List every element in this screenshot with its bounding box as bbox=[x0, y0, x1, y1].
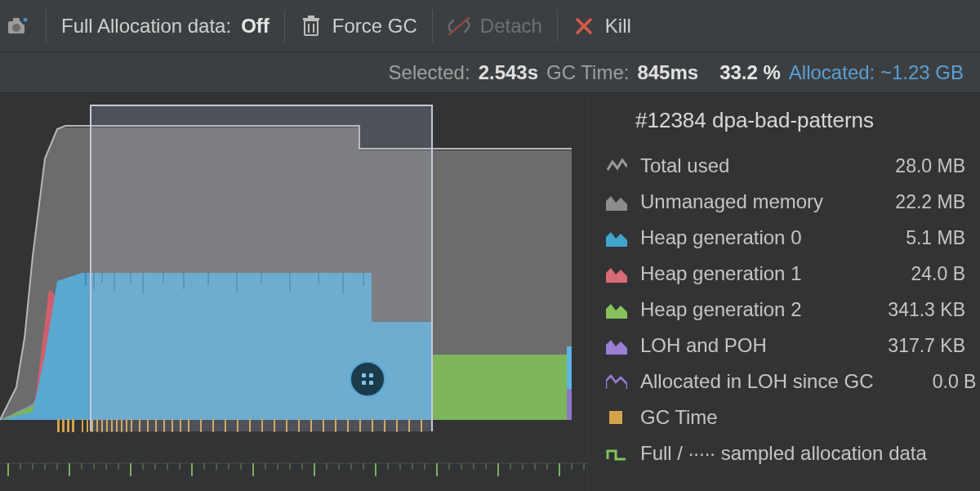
legend-panel: #12384 dpa-bad-patterns Total used 28.0 … bbox=[588, 93, 980, 491]
svg-rect-30 bbox=[62, 419, 65, 432]
svg-rect-1 bbox=[13, 18, 20, 22]
legend-row[interactable]: Unmanaged memory 22.2 MB bbox=[606, 184, 965, 220]
svg-point-2 bbox=[12, 24, 20, 32]
svg-rect-6 bbox=[308, 16, 314, 18]
legend-swatch-icon bbox=[606, 265, 627, 283]
svg-rect-5 bbox=[303, 18, 319, 20]
legend-value: 0.0 B bbox=[886, 371, 976, 393]
legend-value: 5.1 MB bbox=[875, 227, 965, 249]
svg-rect-119 bbox=[609, 411, 622, 424]
kill-label: Kill bbox=[605, 15, 631, 38]
legend-row[interactable]: Full / ····· sampled allocation data bbox=[606, 435, 965, 471]
legend-swatch-icon bbox=[606, 193, 627, 211]
trash-icon bbox=[300, 15, 323, 38]
separator bbox=[557, 10, 558, 42]
svg-rect-28 bbox=[567, 389, 572, 420]
legend-swatch-icon bbox=[606, 408, 627, 426]
legend-row[interactable]: Heap generation 0 5.1 MB bbox=[606, 220, 965, 256]
legend-swatch-icon bbox=[606, 373, 627, 391]
legend-label: Allocated in LOH since GC bbox=[640, 370, 873, 393]
legend-value: 341.3 KB bbox=[875, 299, 965, 321]
legend-row[interactable]: Allocated in LOH since GC 0.0 B bbox=[606, 364, 965, 399]
legend-swatch-icon bbox=[606, 337, 627, 355]
legend-label: Unmanaged memory bbox=[640, 190, 862, 213]
svg-rect-4 bbox=[305, 20, 318, 35]
snapshot-settings-icon[interactable] bbox=[7, 14, 31, 38]
legend-swatch-icon bbox=[606, 229, 627, 247]
gc-percent: 33.2 % bbox=[719, 61, 781, 84]
force-gc-label: Force GC bbox=[332, 15, 417, 38]
legend-label: Full / ····· sampled allocation data bbox=[640, 442, 927, 465]
allocation-label: Full Allocation data: bbox=[61, 15, 231, 38]
legend-value: 28.0 MB bbox=[875, 155, 965, 177]
separator bbox=[284, 10, 285, 42]
svg-rect-27 bbox=[567, 346, 572, 389]
memory-chart[interactable] bbox=[0, 93, 588, 491]
grid-icon bbox=[362, 373, 373, 385]
svg-rect-34 bbox=[87, 419, 88, 432]
legend-label: LOH and POH bbox=[640, 334, 862, 357]
legend-row[interactable]: Heap generation 1 24.0 B bbox=[606, 256, 965, 292]
legend-swatch-icon bbox=[606, 301, 627, 319]
legend-row[interactable]: GC Time bbox=[606, 399, 965, 435]
selected-value: 2.543s bbox=[479, 61, 538, 84]
separator bbox=[432, 10, 433, 42]
legend-label: Heap generation 2 bbox=[640, 298, 862, 321]
session-title: #12384 dpa-bad-patterns bbox=[606, 101, 965, 148]
separator bbox=[46, 10, 47, 42]
toolbar: Full Allocation data: Off Force GC Detac… bbox=[0, 0, 980, 52]
chart-marker-button[interactable] bbox=[350, 361, 385, 397]
detach-button: Detach bbox=[448, 15, 542, 38]
legend-label: Total used bbox=[640, 154, 862, 177]
legend-row[interactable]: LOH and POH 317.7 KB bbox=[606, 328, 965, 364]
legend-value: 22.2 MB bbox=[875, 191, 965, 213]
gc-time-label: GC Time: bbox=[546, 61, 629, 84]
force-gc-button[interactable]: Force GC bbox=[300, 15, 417, 38]
legend-row[interactable]: Heap generation 2 341.3 KB bbox=[606, 292, 965, 328]
allocated-info[interactable]: Allocated: ~1.23 GB bbox=[789, 61, 964, 84]
info-bar: Selected: 2.543s GC Time: 845ms 33.2 % A… bbox=[0, 52, 980, 93]
svg-rect-33 bbox=[82, 419, 83, 432]
allocated-label: Allocated: bbox=[789, 61, 875, 83]
kill-icon bbox=[572, 15, 595, 38]
svg-rect-31 bbox=[67, 419, 69, 432]
legend-swatch-icon bbox=[606, 157, 627, 175]
svg-rect-29 bbox=[57, 419, 60, 432]
detach-icon bbox=[448, 15, 470, 38]
svg-rect-32 bbox=[72, 419, 74, 432]
allocation-data-toggle[interactable]: Full Allocation data: Off bbox=[61, 15, 270, 38]
main-area: #12384 dpa-bad-patterns Total used 28.0 … bbox=[0, 93, 980, 491]
allocation-value: Off bbox=[241, 15, 270, 38]
gc-time-value: 845ms bbox=[637, 61, 698, 84]
legend-value: 317.7 KB bbox=[875, 335, 965, 357]
timeline-ruler[interactable] bbox=[0, 462, 588, 483]
legend-label: GC Time bbox=[640, 406, 862, 429]
selected-label: Selected: bbox=[389, 61, 470, 84]
allocated-value: ~1.23 GB bbox=[880, 61, 964, 83]
legend-row[interactable]: Total used 28.0 MB bbox=[606, 148, 965, 184]
legend-value: 24.0 B bbox=[875, 263, 965, 285]
kill-button[interactable]: Kill bbox=[572, 15, 631, 38]
legend-label: Heap generation 0 bbox=[640, 226, 862, 249]
detach-label: Detach bbox=[480, 15, 542, 38]
legend-label: Heap generation 1 bbox=[640, 262, 862, 285]
legend-swatch-icon bbox=[606, 444, 627, 462]
